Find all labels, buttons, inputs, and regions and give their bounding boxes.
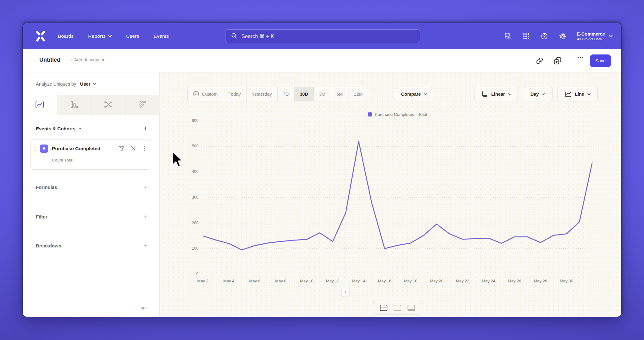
interval-label: Day [530, 92, 539, 97]
layout-table-bottom-button[interactable] [406, 303, 417, 313]
filter-funnel-icon[interactable] [119, 145, 125, 152]
x-axis-tick: May 14 [352, 279, 365, 283]
y-axis-tick: 500 [183, 144, 198, 148]
analyze-prefix-label: Analyze Uniques by [36, 82, 76, 87]
range-6m[interactable]: 6M [331, 87, 348, 101]
tab-flow-sankey[interactable] [92, 95, 126, 115]
analyze-value: User [80, 81, 90, 87]
compare-dropdown[interactable]: Compare [395, 87, 433, 101]
y-axis-tick: 300 [183, 195, 198, 200]
chevron-down-icon [78, 128, 81, 130]
mixpanel-logo-icon[interactable] [35, 31, 46, 42]
nav-link-boards[interactable]: Boards [58, 33, 74, 39]
breakdown-label: Breakdown [36, 243, 61, 248]
nav-right-cluster: E-Commerce All Project Data [504, 31, 613, 41]
compare-label: Compare [401, 92, 421, 97]
collapse-sidebar-icon[interactable]: ⇤ [141, 304, 147, 312]
interval-dropdown[interactable]: Day [523, 87, 553, 101]
project-name: E-Commerce [577, 31, 605, 37]
range-30d-selected[interactable]: 30D [294, 87, 314, 101]
remove-event-icon[interactable] [130, 145, 137, 152]
help-icon[interactable] [541, 32, 548, 40]
data-management-icon[interactable] [504, 32, 512, 40]
line-chart-tab-icon [35, 100, 44, 110]
tab-retention-dots[interactable] [126, 95, 160, 115]
desktop-background: Boards Reports Users Events Search ⌘ + K [0, 0, 644, 340]
save-button[interactable]: Save [590, 54, 611, 67]
event-measurement[interactable]: Count Total [52, 158, 73, 162]
nav-link-reports[interactable]: Reports [88, 33, 112, 39]
events-cohorts-header[interactable]: Events & Cohorts [36, 126, 81, 131]
x-axis-tick: May 26 [508, 279, 521, 283]
range-yesterday[interactable]: Yesterday [246, 87, 277, 101]
report-title[interactable]: Untitled [39, 57, 60, 63]
layout-split-icon [380, 305, 387, 311]
annotation-marker[interactable]: 1 [341, 288, 350, 297]
tab-insights-line[interactable] [23, 95, 57, 115]
chart-tab-strip [23, 95, 160, 115]
scale-dropdown[interactable]: Linear [475, 87, 518, 101]
nav-link-users[interactable]: Users [126, 33, 139, 39]
event-card-purchase-completed[interactable]: A Purchase Completed [30, 139, 152, 170]
range-12m[interactable]: 12M [348, 87, 368, 101]
add-description-field[interactable]: + Add description... [70, 57, 109, 62]
kebab-menu-icon[interactable] [142, 145, 148, 152]
scale-label: Linear [491, 92, 505, 97]
formulas-label: Formulas [36, 184, 57, 190]
analyze-uniques-selector[interactable]: Analyze Uniques by User [36, 81, 96, 87]
y-axis-tick: 200 [183, 221, 198, 225]
layout-split-button[interactable] [378, 303, 389, 313]
x-axis-tick: May 8 [275, 279, 286, 283]
range-label: 7D [283, 92, 289, 97]
drag-handle-icon[interactable] [33, 146, 36, 151]
chart-type-dropdown[interactable]: Line [558, 87, 598, 101]
legend-swatch [368, 112, 372, 116]
range-label: Custom [202, 92, 218, 97]
x-axis-tick: May 22 [456, 279, 469, 283]
range-custom[interactable]: Custom [188, 87, 223, 101]
events-cohorts-label: Events & Cohorts [36, 126, 75, 131]
chart-legend[interactable]: Purchase Completed - Total [368, 112, 427, 117]
chevron-down-icon [587, 93, 591, 95]
add-breakdown-button[interactable]: + [142, 242, 150, 250]
range-label: 6M [336, 92, 343, 97]
search-input[interactable]: Search ⌘ + K [225, 29, 420, 43]
chevron-down-icon [93, 83, 96, 85]
nav-link-label: Events [153, 33, 169, 39]
search-placeholder: Search ⌘ + K [242, 33, 274, 39]
copy-link-icon[interactable] [536, 57, 544, 65]
nav-link-label: Users [126, 33, 139, 39]
y-axis-tick: 400 [183, 169, 198, 174]
line-chart[interactable] [203, 121, 592, 274]
line-chart-icon [565, 91, 572, 98]
range-3m[interactable]: 3M [314, 87, 331, 101]
layout-chart-top-button[interactable] [392, 303, 403, 313]
more-options-button[interactable]: ••• [577, 55, 584, 60]
filter-label: Filter [36, 214, 47, 219]
tab-bar-chart[interactable] [57, 95, 91, 115]
add-filter-button[interactable]: + [142, 213, 150, 221]
event-series-badge: A [40, 144, 48, 153]
x-axis-tick: May 20 [430, 279, 443, 283]
nav-link-label: Reports [88, 33, 106, 39]
chevron-down-icon [108, 35, 112, 37]
event-name[interactable]: Purchase Completed [52, 146, 100, 151]
range-7d[interactable]: 7D [277, 87, 294, 101]
nav-link-events[interactable]: Events [153, 33, 169, 39]
nav-link-label: Boards [58, 33, 74, 39]
range-label: 30D [300, 92, 308, 97]
settings-gear-icon[interactable] [559, 32, 566, 40]
duplicate-icon[interactable] [553, 57, 562, 65]
x-axis-tick: May 30 [560, 279, 573, 283]
breakdown-section: Breakdown + [23, 241, 160, 253]
axis-scale-icon [481, 91, 488, 98]
chart-panel: Custom Today Yesterday 7D 30D 3M 6M 12M … [160, 72, 621, 317]
apps-grid-icon[interactable] [522, 32, 530, 40]
content-body: Analyze Uniques by User [23, 72, 621, 317]
range-today[interactable]: Today [223, 87, 246, 101]
top-nav: Boards Reports Users Events Search ⌘ + K [23, 23, 621, 49]
add-formula-button[interactable]: + [142, 184, 150, 191]
chevron-down-icon [609, 35, 613, 37]
project-switcher[interactable]: E-Commerce All Project Data [577, 31, 613, 41]
add-event-button[interactable]: + [142, 124, 149, 132]
